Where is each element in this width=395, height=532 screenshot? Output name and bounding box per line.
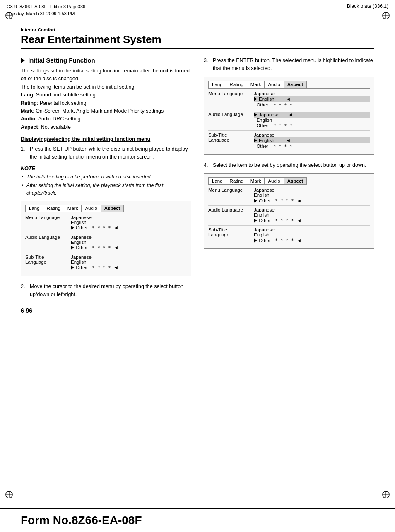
menu-diagram-2: Lang Rating Mark Audio Aspect Menu Langu…: [204, 77, 374, 155]
body-text-1: The settings set in the initial setting …: [21, 67, 191, 131]
underline-heading: Displaying/selecting the initial setting…: [21, 136, 191, 142]
menu-row-audio-1: Audio Language Japanese English Other ＊＊…: [25, 235, 187, 251]
tab-rating-3: Rating: [226, 177, 247, 185]
step-4: 4. Select the item to be set by operatin…: [204, 161, 374, 169]
header-line2: Tuesday, March 31 2009 1:53 PM: [7, 10, 85, 17]
menu-diagram-1: Lang Rating Mark Audio Aspect Menu Langu…: [21, 201, 191, 276]
play-arrow-icon: [254, 219, 257, 223]
right-column: 3. Press the ENTER button. The selected …: [204, 57, 374, 314]
tab-rating-2: Rating: [226, 81, 247, 88]
menu-diagram-3: Lang Rating Mark Audio Aspect Menu Langu…: [204, 173, 374, 249]
step-3: 3. Press the ENTER button. The selected …: [204, 57, 374, 73]
triangle-icon: [21, 58, 25, 63]
play-arrow-icon: [254, 113, 257, 117]
play-arrow-icon: [254, 199, 257, 203]
play-arrow-icon: [254, 238, 257, 243]
tab-audio-1: Audio: [81, 205, 101, 212]
corner-mark-tr: [382, 12, 390, 20]
footer: Form No.8Z66-EA-08F: [0, 508, 395, 532]
tab-lang-1: Lang: [25, 205, 43, 212]
corner-mark-tl: [5, 12, 13, 20]
menu-row-audio-3: Audio Language Japanese English Other ＊＊…: [208, 207, 370, 224]
menu-row-lang-2: Menu Language Japanese English ◄ Other ＊…: [208, 91, 370, 108]
tab-audio-3: Audio: [264, 177, 284, 185]
tab-lang-3: Lang: [208, 177, 226, 185]
menu-tabs-3: Lang Rating Mark Audio Aspect: [208, 177, 370, 185]
note-title: NOTE: [21, 166, 191, 171]
menu-rows-2: Menu Language Japanese English ◄ Other ＊…: [208, 91, 370, 149]
play-arrow-icon: [71, 265, 74, 270]
section-title: Rear Entertainment System: [21, 33, 374, 49]
tab-aspect-3: Aspect: [284, 177, 307, 185]
play-arrow-icon: [71, 226, 74, 230]
tab-mark-2: Mark: [247, 81, 265, 88]
note-item-1: The initial setting can be performed wit…: [21, 173, 191, 181]
menu-tabs-1: Lang Rating Mark Audio Aspect: [25, 205, 187, 212]
tab-rating-1: Rating: [43, 205, 64, 212]
note-section: NOTE The initial setting can be performe…: [21, 166, 191, 197]
tab-mark-3: Mark: [247, 177, 265, 185]
note-item-2: After setting the initial setting, the p…: [21, 182, 191, 197]
main-content: Interior Comfort Rear Entertainment Syst…: [0, 19, 395, 322]
step-2: 2. Move the cursor to the desired menu b…: [21, 283, 191, 299]
tab-lang-2: Lang: [208, 81, 226, 88]
tab-aspect-2: Aspect: [284, 81, 307, 88]
menu-row-lang-3: Menu Language Japanese English Other ＊＊＊…: [208, 188, 370, 204]
two-column-layout: Initial Setting Function The settings se…: [21, 57, 374, 314]
menu-rows-3: Menu Language Japanese English Other ＊＊＊…: [208, 188, 370, 243]
play-arrow-icon: [254, 97, 257, 101]
subsection-title: Initial Setting Function: [21, 57, 191, 64]
menu-row-subtitle-1: Sub-TitleLanguage Japanese English Other…: [25, 255, 187, 271]
menu-row-audio-2: Audio Language Japanese ◄ English Other …: [208, 112, 370, 129]
left-column: Initial Setting Function The settings se…: [21, 57, 191, 314]
step-1: 1. Press the SET UP button while the dis…: [21, 145, 191, 161]
header-line1: CX-9_8Z66-EA-08F_Edition3 Page336: [7, 3, 85, 10]
play-arrow-icon: [254, 138, 257, 142]
menu-row-subtitle-2: Sub-TitleLanguage Japanese English ◄ Oth…: [208, 132, 370, 149]
corner-mark-br: [382, 491, 390, 499]
header-left: CX-9_8Z66-EA-08F_Edition3 Page336 Tuesda…: [7, 3, 85, 17]
menu-tabs-2: Lang Rating Mark Audio Aspect: [208, 81, 370, 89]
tab-mark-1: Mark: [64, 205, 82, 212]
header-right: Black plate (336,1): [347, 3, 388, 9]
menu-row-lang-1: Menu Language Japanese English Other ＊＊＊…: [25, 215, 187, 231]
footer-text: Form No.8Z66-EA-08F: [21, 514, 374, 527]
menu-row-subtitle-3: Sub-TitleLanguage Japanese English Other…: [208, 227, 370, 243]
section-label: Interior Comfort: [21, 27, 374, 32]
menu-rows-1: Menu Language Japanese English Other ＊＊＊…: [25, 215, 187, 271]
tab-audio-2: Audio: [264, 81, 284, 88]
page-number: 6-96: [21, 307, 191, 314]
play-arrow-icon: [71, 246, 74, 250]
header-bar: CX-9_8Z66-EA-08F_Edition3 Page336 Tuesda…: [0, 0, 395, 19]
tab-aspect-1: Aspect: [101, 205, 124, 212]
corner-mark-bl: [5, 491, 13, 499]
